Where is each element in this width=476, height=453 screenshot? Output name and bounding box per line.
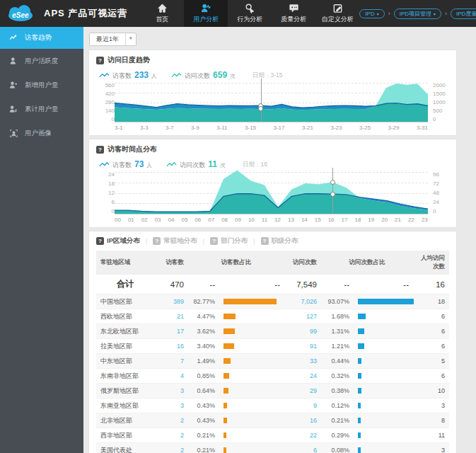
visits-pct-cell: 0.29% (321, 428, 354, 443)
hourly-chart-plot[interactable] (115, 172, 428, 214)
y-axis-tick: 1000 (433, 100, 449, 105)
chevron-down-icon[interactable]: ▾ (377, 11, 379, 16)
visitors-cell[interactable]: 2 (154, 413, 188, 428)
nav-item-label: 首页 (156, 15, 168, 24)
help-icon[interactable]: ? (96, 57, 104, 64)
table-row[interactable]: 中国地区部38982.77%7,02693.07%18 (96, 294, 449, 309)
table-row[interactable]: 北非地区部20.43%160.21%8 (96, 413, 449, 428)
legend-item[interactable]: 访问次数659次 (171, 70, 236, 81)
x-axis-labels: 0001020304050607080910111213141516171819… (115, 217, 428, 223)
help-icon[interactable]: ? (261, 237, 269, 245)
table-row[interactable]: 西非地区部20.21%220.29%11 (96, 428, 449, 443)
visitors-cell[interactable]: 7 (154, 354, 188, 369)
col-visitors: 访客数 (154, 251, 188, 275)
table-row[interactable]: 东南非地区部40.85%240.32%6 (96, 369, 449, 384)
nav-item-2[interactable]: 用户分析 (184, 0, 228, 27)
tab-2[interactable]: ?常驻地分布 (153, 236, 197, 246)
sidebar-item-label: 新增用户量 (25, 81, 59, 90)
region-cell: 中国地区部 (96, 294, 154, 309)
nav-item-1[interactable]: 首页 (140, 0, 184, 27)
y-axis-tick: 0 (433, 117, 449, 122)
tab-4[interactable]: ?职级分布 (261, 236, 298, 246)
legend-item[interactable]: 访问次数11次 (166, 159, 226, 170)
visitors-cell[interactable]: 2 (154, 428, 188, 443)
sidebar-item-5[interactable]: 用户画像 (0, 121, 83, 145)
table-row[interactable]: 东南亚地区部30.43%90.12%3 (96, 398, 449, 413)
table-row[interactable]: 俄罗斯地区部30.64%290.38%10 (96, 384, 449, 398)
help-icon[interactable]: ? (96, 237, 104, 245)
visitors-pct-cell: 0.64% (188, 384, 219, 398)
table-row[interactable]: 西欧地区部214.47%1271.68%6 (96, 309, 449, 324)
x-axis-tick: 06 (195, 217, 201, 223)
visitors-cell[interactable]: 16 (154, 339, 188, 354)
help-icon[interactable]: ? (153, 237, 161, 245)
x-axis-tick: 3-31 (417, 125, 428, 131)
time-range-select[interactable]: 最近1年 ▾ (89, 33, 137, 46)
esee-cloud-logo-icon: eSee (6, 4, 37, 23)
visitors-cell[interactable]: 17 (154, 324, 188, 339)
x-axis-tick: 3-15 (245, 125, 256, 131)
visitors-cell[interactable]: 21 (154, 309, 188, 324)
y-axis-tick: 420 (96, 91, 115, 97)
nav-item-5[interactable]: 自定义分析 (315, 0, 359, 27)
visits-pct-cell: 0.44% (321, 354, 354, 369)
summary-visits: 7,549 (284, 275, 321, 294)
nav-item-3[interactable]: 行为分析 (228, 0, 272, 27)
legend-item[interactable]: 访客数233人 (99, 70, 157, 81)
visits-cell[interactable]: 9 (284, 398, 321, 413)
x-axis-tick: 3-11 (216, 125, 227, 131)
help-icon[interactable]: ? (210, 237, 218, 245)
hourly-chart: 24181260 967248240 (96, 172, 449, 214)
sidebar-item-2[interactable]: 用户活跃度 (0, 49, 83, 73)
region-cell: 西欧地区部 (96, 309, 154, 324)
visits-cell[interactable]: 91 (284, 339, 321, 354)
visits-cell[interactable]: 16 (284, 413, 321, 428)
visits-bar (358, 418, 361, 423)
region-table: 常驻地区域 访客数 访客数占比 访问次数 访问次数占比 人均访问次数 合计470… (96, 251, 449, 453)
region-cell: 北非地区部 (96, 413, 154, 428)
y-axis-tick: 500 (433, 108, 449, 114)
visits-cell[interactable]: 29 (284, 384, 321, 398)
visits-cell[interactable]: 6 (284, 443, 321, 453)
breadcrumb-pill[interactable]: IPD项目管理▾ (394, 8, 441, 19)
visitors-cell[interactable]: 2 (154, 443, 188, 453)
sidebar-item-1[interactable]: 访客趋势 (0, 27, 83, 49)
x-axis-tick: 10 (248, 217, 255, 223)
sidebar-item-label: 访客趋势 (25, 33, 52, 42)
visits-bar-cell (354, 428, 413, 443)
visits-cell[interactable]: 33 (284, 354, 321, 369)
visits-bar (358, 343, 364, 349)
legend-item[interactable]: 访客数73人 (99, 159, 152, 170)
table-row[interactable]: 美国代表处20.21%60.08%3 (96, 443, 449, 453)
user-total-icon (9, 105, 18, 114)
breadcrumb-pill[interactable]: IPD▾ (359, 9, 384, 18)
table-row[interactable]: 东北欧地区部173.62%991.31%6 (96, 324, 449, 339)
table-row[interactable]: 拉美地区部163.40%911.21%6 (96, 339, 449, 354)
visits-cell[interactable]: 24 (284, 369, 321, 384)
visitors-cell[interactable]: 389 (154, 294, 188, 309)
nav-item-4[interactable]: 质量分析 (272, 0, 315, 27)
chevron-down-icon[interactable]: ▾ (125, 33, 136, 45)
visitors-bar (224, 328, 235, 334)
visitors-cell[interactable]: 4 (154, 369, 188, 384)
visits-cell[interactable]: 7,026 (284, 294, 321, 309)
visitors-cell[interactable]: 3 (154, 384, 188, 398)
sidebar-item-3[interactable]: 新增用户量 (0, 73, 83, 97)
table-row[interactable]: 中东地区部71.49%330.44%5 (96, 354, 449, 369)
topbar: eSee APS 产品可视运营 首页用户分析行为分析质量分析自定义分析 IPD▾… (0, 0, 476, 27)
tab-1[interactable]: ?IP区域分布 (96, 236, 140, 246)
svg-text:eSee: eSee (12, 11, 29, 19)
visits-cell[interactable]: 22 (284, 428, 321, 443)
daily-chart-plot[interactable] (115, 83, 428, 122)
breadcrumb-pill[interactable]: IPD度量管理▾× (451, 8, 476, 19)
chevron-down-icon[interactable]: ▾ (434, 11, 436, 16)
help-icon[interactable]: ? (96, 146, 104, 154)
visits-bar-cell (354, 324, 413, 339)
sidebar-item-4[interactable]: 累计用户量 (0, 97, 83, 121)
visits-cell[interactable]: 99 (284, 324, 321, 339)
visits-cell[interactable]: 127 (284, 309, 321, 324)
sidebar: 访客趋势用户活跃度新增用户量累计用户量用户画像 (0, 27, 83, 453)
visits-pct-cell: 1.68% (321, 309, 354, 324)
visitors-cell[interactable]: 3 (154, 398, 188, 413)
tab-3[interactable]: ?部门分布 (210, 236, 248, 246)
